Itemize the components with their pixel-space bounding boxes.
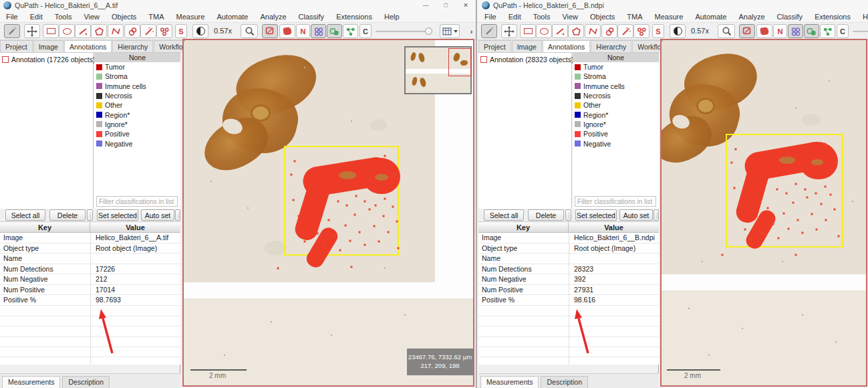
brush-tool-button[interactable]: [124, 24, 140, 38]
class-list-item[interactable]: Immune cells: [94, 82, 180, 91]
set-selected-button[interactable]: Set selected: [97, 209, 138, 221]
select-all-button[interactable]: Select all: [5, 209, 45, 221]
title-bar[interactable]: QuPath - Helico_Bakteri_6__A.tif — □ ✕: [0, 0, 476, 11]
class-list-item[interactable]: Stroma: [573, 72, 659, 81]
auto-set-button[interactable]: Auto set: [619, 209, 653, 221]
class-list-item[interactable]: Other: [94, 100, 180, 110]
maximize-button[interactable]: □: [436, 0, 456, 11]
class-list-item[interactable]: Stroma: [94, 72, 180, 81]
viewer-canvas[interactable]: 2 mm: [660, 39, 867, 387]
auto-set-button[interactable]: Auto set: [141, 209, 174, 221]
menu-item[interactable]: Analyze: [732, 11, 770, 23]
move-tool-button[interactable]: [501, 24, 517, 38]
class-list-item[interactable]: Region*: [94, 110, 180, 119]
more-options-icon[interactable]: ⋮: [654, 209, 659, 221]
wand-tool-button[interactable]: [617, 24, 633, 38]
show-annotations-button[interactable]: [262, 24, 278, 38]
tab-image[interactable]: Image: [33, 40, 63, 52]
select-all-button[interactable]: Select all: [484, 209, 524, 221]
annotation-object-item[interactable]: Annotation (28323 objects): [478, 53, 571, 66]
tab-description[interactable]: Description: [62, 376, 110, 388]
polyline-tool-button[interactable]: [108, 24, 124, 38]
slider-knob[interactable]: [425, 27, 432, 35]
minimize-button[interactable]: —: [416, 0, 436, 11]
tab-hierarchy[interactable]: Hierarchy: [591, 40, 631, 52]
class-filter-input[interactable]: [575, 196, 656, 207]
delete-button[interactable]: Delete: [49, 209, 86, 221]
more-options-icon[interactable]: ⋮: [87, 209, 93, 221]
class-list-item[interactable]: Necrosis: [94, 91, 180, 100]
tab-measurements[interactable]: Measurements: [2, 376, 60, 388]
show-classifications-button[interactable]: C: [359, 24, 372, 38]
class-list-item[interactable]: Positive: [94, 129, 180, 138]
fill-annotations-button[interactable]: [279, 24, 295, 38]
menu-item[interactable]: Objects: [106, 11, 142, 23]
menu-item[interactable]: Objects: [584, 11, 621, 23]
menu-item[interactable]: Help: [378, 11, 406, 23]
points-tool-button[interactable]: [633, 24, 649, 38]
overview-thumbnail[interactable]: [404, 46, 472, 94]
class-list-header[interactable]: None: [94, 53, 180, 62]
show-detections-button[interactable]: [311, 24, 326, 38]
tab-project[interactable]: Project: [0, 40, 33, 52]
menu-item[interactable]: File: [478, 11, 502, 23]
show-names-button[interactable]: N: [773, 24, 787, 38]
table-header[interactable]: Key Value: [478, 222, 659, 233]
menu-item[interactable]: View: [78, 11, 106, 23]
wand-tool-button[interactable]: [140, 24, 156, 38]
menu-item[interactable]: TMA: [142, 11, 170, 23]
class-list-item[interactable]: Necrosis: [573, 91, 659, 100]
menu-item[interactable]: TMA: [621, 11, 648, 23]
pen-tool-button[interactable]: [4, 24, 20, 38]
show-connections-button[interactable]: [820, 24, 835, 38]
menu-item[interactable]: Edit: [502, 11, 527, 23]
table-header[interactable]: Key Value: [0, 222, 180, 233]
menu-item[interactable]: Help: [857, 11, 868, 23]
class-list-item[interactable]: Ignore*: [94, 120, 180, 129]
tab-annotations[interactable]: Annotations: [543, 40, 590, 52]
more-options-icon[interactable]: ⋮: [175, 209, 180, 221]
annotation-object-item[interactable]: Annotation (17226 objects): [0, 53, 93, 66]
show-annotations-button[interactable]: [739, 24, 755, 38]
menu-item[interactable]: Extensions: [330, 11, 378, 23]
move-tool-button[interactable]: [24, 24, 40, 38]
overview-viewport-rect[interactable]: [448, 48, 471, 76]
menu-item[interactable]: Measure: [170, 11, 211, 23]
menu-item[interactable]: Classify: [771, 11, 809, 23]
show-detections-button[interactable]: [788, 24, 803, 38]
class-list-item[interactable]: Other: [573, 100, 659, 110]
selection-mode-button[interactable]: S: [652, 24, 664, 38]
tab-annotations[interactable]: Annotations: [64, 40, 112, 52]
fill-annotations-button[interactable]: [756, 24, 772, 38]
tab-measurements[interactable]: Measurements: [480, 376, 539, 388]
polygon-tool-button[interactable]: [568, 24, 584, 38]
class-list-item[interactable]: Positive: [573, 129, 659, 138]
show-names-button[interactable]: N: [296, 24, 310, 38]
menu-item[interactable]: Measure: [649, 11, 690, 23]
menu-item[interactable]: Tools: [49, 11, 78, 23]
show-classifications-button[interactable]: C: [837, 24, 849, 38]
class-list-item[interactable]: Immune cells: [573, 82, 659, 91]
menu-item[interactable]: Extensions: [809, 11, 857, 23]
measurement-tables-button[interactable]: [440, 24, 460, 38]
show-connections-button[interactable]: [343, 24, 358, 38]
more-options-icon[interactable]: ⋮: [565, 209, 571, 221]
class-list-header[interactable]: None: [573, 53, 659, 62]
rectangle-tool-button[interactable]: [43, 24, 59, 38]
menu-item[interactable]: Classify: [293, 11, 331, 23]
menu-item[interactable]: Analyze: [254, 11, 292, 23]
tab-description[interactable]: Description: [541, 376, 588, 388]
close-button[interactable]: ✕: [456, 0, 476, 11]
zoom-to-fit-button[interactable]: [718, 24, 735, 38]
tab-image[interactable]: Image: [512, 40, 542, 52]
menu-item[interactable]: Automate: [210, 11, 254, 23]
zoom-to-fit-button[interactable]: [241, 24, 258, 38]
toolbar-overflow-button[interactable]: ›: [468, 24, 475, 38]
menu-item[interactable]: File: [0, 11, 24, 23]
menu-item[interactable]: View: [556, 11, 584, 23]
menu-item[interactable]: Edit: [24, 11, 49, 23]
class-list-item[interactable]: Ignore*: [573, 120, 659, 129]
pen-tool-button[interactable]: [481, 24, 497, 38]
menu-item[interactable]: Automate: [689, 11, 732, 23]
tab-hierarchy[interactable]: Hierarchy: [112, 40, 153, 52]
